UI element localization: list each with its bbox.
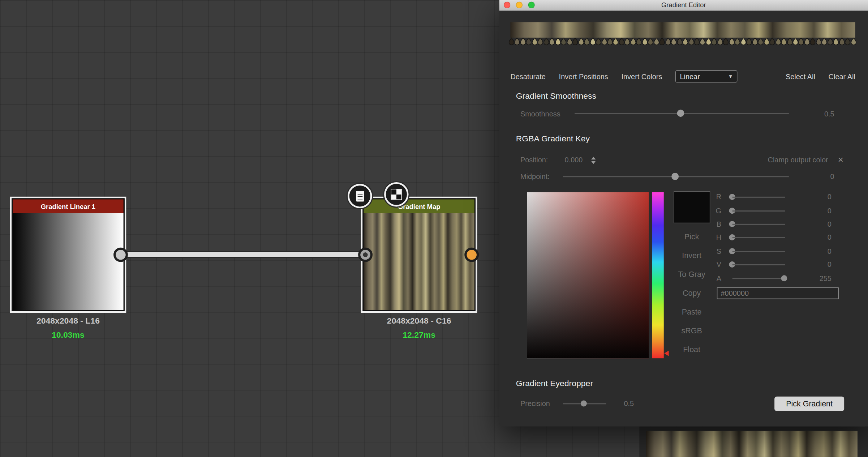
gradient-key-marker[interactable]: [613, 38, 618, 46]
copy-button[interactable]: Copy: [665, 289, 718, 298]
gradient-key-marker[interactable]: [769, 38, 775, 46]
gradient-key-marker[interactable]: [683, 38, 688, 46]
zoom-button[interactable]: [528, 2, 534, 8]
invert-button[interactable]: Invert: [665, 251, 718, 260]
gradient-key-marker[interactable]: [665, 38, 671, 46]
invert-colors-button[interactable]: Invert Colors: [622, 72, 662, 81]
gradient-key-marker[interactable]: [648, 38, 653, 46]
gradient-key-marker[interactable]: [590, 38, 595, 46]
channel-slider-track[interactable]: [732, 210, 785, 212]
gradient-key-marker[interactable]: [700, 38, 705, 46]
gradient-key-marker[interactable]: [561, 38, 566, 46]
gradient-key-marker[interactable]: [515, 38, 520, 46]
close-button[interactable]: [504, 2, 510, 8]
clear-all-button[interactable]: Clear All: [829, 72, 855, 81]
stepper-up-icon[interactable]: [591, 157, 596, 160]
gradient-key-marker[interactable]: [694, 38, 700, 46]
gradient-key-marker[interactable]: [775, 38, 781, 46]
node-gradient-map[interactable]: Gradient Map: [361, 197, 477, 313]
select-all-button[interactable]: Select All: [786, 72, 815, 81]
gradient-key-marker[interactable]: [555, 38, 560, 46]
edit-parameters-button[interactable]: [348, 184, 372, 208]
gradient-key-marker[interactable]: [549, 38, 555, 46]
gradient-key-marker[interactable]: [833, 38, 839, 46]
gradient-key-marker[interactable]: [619, 38, 624, 46]
position-value[interactable]: 0.000: [565, 155, 583, 164]
gradient-key-marker[interactable]: [631, 38, 636, 46]
gradient-key-marker[interactable]: [642, 38, 648, 46]
stepper-down-icon[interactable]: [591, 161, 596, 164]
gradient-key-marker[interactable]: [677, 38, 682, 46]
gradient-key-marker[interactable]: [567, 38, 572, 46]
gradient-key-marker[interactable]: [578, 38, 584, 46]
gradient-key-marker[interactable]: [758, 38, 763, 46]
gradient-key-marker[interactable]: [764, 38, 769, 46]
clamp-clear-icon[interactable]: ✕: [838, 155, 844, 164]
srgb-button[interactable]: sRGB: [665, 326, 718, 335]
gradient-key-marker[interactable]: [810, 38, 816, 46]
gradient-key-marker[interactable]: [688, 38, 694, 46]
gradient-key-marker[interactable]: [572, 38, 578, 46]
node-thumbnail-linear-gradient[interactable]: [13, 213, 123, 310]
gradient-key-marker[interactable]: [712, 38, 717, 46]
gradient-key-marker[interactable]: [532, 38, 537, 46]
gradient-key-marker[interactable]: [717, 38, 723, 46]
preview-alpha-button[interactable]: [384, 182, 408, 206]
node2-output-port[interactable]: [464, 248, 479, 262]
gradient-key-marker[interactable]: [671, 38, 676, 46]
invert-positions-button[interactable]: Invert Positions: [559, 72, 608, 81]
gradient-key-marker[interactable]: [729, 38, 734, 46]
gradient-key-marker[interactable]: [781, 38, 787, 46]
gradient-key-marker[interactable]: [601, 38, 607, 46]
gradient-key-marker[interactable]: [625, 38, 630, 46]
hex-color-input[interactable]: [717, 287, 839, 299]
gradient-key-marker[interactable]: [793, 38, 798, 46]
gradient-key-marker[interactable]: [520, 38, 526, 46]
pick-gradient-button[interactable]: Pick Gradient: [774, 397, 844, 411]
channel-slider-track[interactable]: [732, 251, 785, 252]
precision-slider-handle[interactable]: [581, 401, 587, 407]
smoothness-slider-handle[interactable]: [677, 110, 684, 117]
gradient-key-marker[interactable]: [746, 38, 752, 46]
gradient-key-marker[interactable]: [822, 38, 827, 46]
gradient-key-marker[interactable]: [543, 38, 549, 46]
node-gradient-linear[interactable]: Gradient Linear 1: [10, 197, 126, 313]
channel-slider-track[interactable]: [732, 278, 785, 279]
node2-input-port[interactable]: [358, 248, 373, 262]
gradient-key-marker[interactable]: [799, 38, 804, 46]
gradient-preview-strip[interactable]: [510, 22, 855, 38]
gradient-key-marker[interactable]: [828, 38, 833, 46]
gradient-key-marker[interactable]: [659, 38, 665, 46]
gradient-key-marker[interactable]: [735, 38, 740, 46]
gradient-key-marker[interactable]: [706, 38, 711, 46]
gradient-key-marker[interactable]: [596, 38, 601, 46]
gradient-key-marker[interactable]: [752, 38, 757, 46]
channel-slider-track[interactable]: [732, 264, 785, 265]
channel-slider-track[interactable]: [732, 224, 785, 225]
channel-slider-handle[interactable]: [781, 275, 787, 281]
gradient-key-marker[interactable]: [509, 38, 514, 46]
channel-slider-track[interactable]: [732, 197, 785, 198]
gradient-key-marker[interactable]: [723, 38, 729, 46]
desaturate-button[interactable]: Desaturate: [510, 72, 545, 81]
to-gray-button[interactable]: To Gray: [665, 270, 718, 279]
gradient-key-marker[interactable]: [538, 38, 543, 46]
gradient-key-marker[interactable]: [851, 38, 856, 46]
gradient-key-marker[interactable]: [804, 38, 810, 46]
saturation-value-picker[interactable]: [527, 192, 649, 359]
node-thumbnail-gradient-map[interactable]: [364, 213, 474, 310]
pick-button[interactable]: Pick: [665, 232, 718, 241]
dialog-titlebar[interactable]: Gradient Editor: [499, 0, 868, 11]
gradient-key-marker[interactable]: [740, 38, 746, 46]
gradient-key-marker[interactable]: [816, 38, 821, 46]
gradient-key-marker[interactable]: [584, 38, 589, 46]
gradient-key-marker[interactable]: [526, 38, 532, 46]
gradient-key-marker[interactable]: [607, 38, 613, 46]
connection-wire[interactable]: [125, 252, 364, 257]
hue-strip[interactable]: [652, 192, 664, 359]
interpolation-mode-dropdown[interactable]: Linear ▼: [675, 71, 738, 83]
minimize-button[interactable]: [516, 2, 523, 8]
gradient-key-marker[interactable]: [787, 38, 792, 46]
gradient-key-marker[interactable]: [654, 38, 659, 46]
paste-button[interactable]: Paste: [665, 307, 718, 316]
